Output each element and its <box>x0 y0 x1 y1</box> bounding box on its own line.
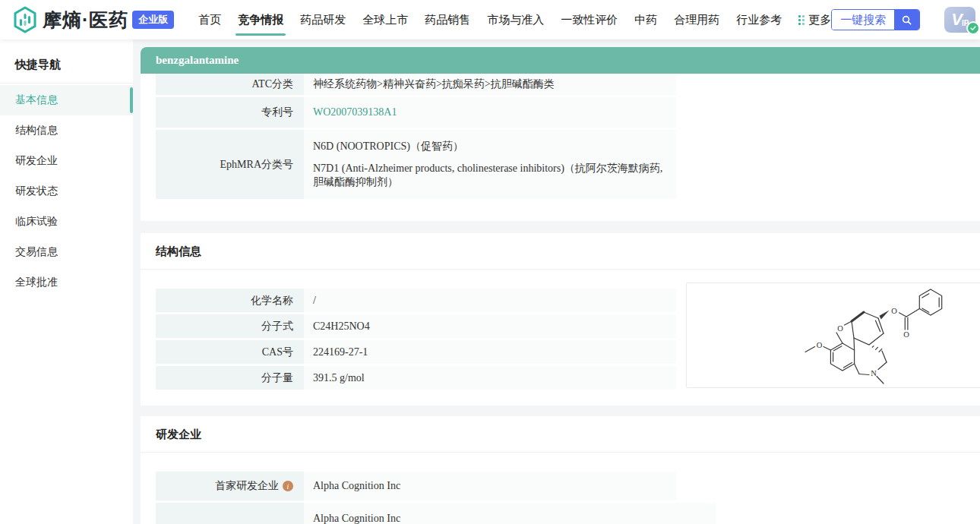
first-developer-value: Alpha Cognition Inc <box>304 472 676 500</box>
nav-item-drug-sales[interactable]: 药品销售 <box>425 0 470 39</box>
weight-label: 分子量 <box>156 366 304 390</box>
weight-value: 391.5 g/mol <box>304 366 676 390</box>
enterprise-badge: 企业版 <box>132 11 174 29</box>
chem-name-label: 化学名称 <box>156 289 304 312</box>
svg-text:O: O <box>837 324 843 333</box>
atc-label: ATC分类 <box>156 74 304 95</box>
developers-value: Alpha Cognition Inc China Medical System… <box>304 503 716 524</box>
sidebar-item-dev-companies[interactable]: 研发企业 <box>0 146 133 176</box>
ephmra-value: N6D (NOOTROPICS)（促智药） N7D1 (Anti-Alzheim… <box>304 130 676 199</box>
developer-line1: Alpha Cognition Inc <box>313 513 400 524</box>
brand-logo[interactable]: 摩熵·医药 企业版 <box>12 6 174 33</box>
table-row-chem-name: 化学名称 / <box>156 289 676 312</box>
chem-name-value: / <box>304 289 676 312</box>
patent-label: 专利号 <box>156 97 304 128</box>
more-grid-icon <box>798 15 805 25</box>
nav-item-market-access[interactable]: 市场与准入 <box>487 0 544 39</box>
sidebar-item-basic-info[interactable]: 基本信息 <box>0 85 133 115</box>
search-button-label: 一键搜索 <box>832 10 894 30</box>
brand-hexagon-icon <box>12 6 38 33</box>
formula-label: 分子式 <box>156 314 304 338</box>
top-navbar: 摩熵·医药 企业版 首页 竞争情报 药品研发 全球上市 药品销售 市场与准入 一… <box>0 0 980 39</box>
brand-name: 摩熵·医药 <box>43 8 128 33</box>
nav-item-tcm[interactable]: 中药 <box>634 0 657 39</box>
more-label: 更多 <box>808 0 831 39</box>
developers-label: 研发企业 <box>156 503 304 524</box>
search-icon <box>894 10 919 30</box>
svg-text:N: N <box>871 369 877 377</box>
sidebar-item-clinical-trials[interactable]: 临床试验 <box>0 207 133 237</box>
molecule-drawing: O O O O N <box>687 283 980 389</box>
quick-nav-sidebar: 快捷导航 基本信息 结构信息 研发企业 研发状态 临床试验 交易信息 全球批准 <box>0 39 133 524</box>
formula-value: C24H25NO4 <box>304 314 676 338</box>
basic-info-card: ATC分类 神经系统药物>精神兴奋药>抗痴呆药>抗胆碱酯酶类 专利号 WO200… <box>141 74 980 221</box>
nav-item-drug-rd[interactable]: 药品研发 <box>300 0 346 39</box>
sidebar-items: 基本信息 结构信息 研发企业 研发状态 临床试验 交易信息 全球批准 <box>0 84 133 298</box>
drug-name-banner: benzgalantamine <box>141 47 980 74</box>
sidebar-item-dev-status[interactable]: 研发状态 <box>0 176 133 207</box>
structure-info-table: 化学名称 / 分子式 C24H25NO4 CAS号 224169-27-1 分子… <box>156 289 676 390</box>
table-row-patent: 专利号 WO2007039138A1 <box>156 97 676 128</box>
table-row-formula: 分子式 C24H25NO4 <box>156 314 676 338</box>
nav-item-more[interactable]: 更多 <box>798 0 831 39</box>
table-row-weight: 分子量 391.5 g/mol <box>156 366 676 390</box>
table-row-developers: 研发企业 Alpha Cognition Inc China Medical S… <box>156 503 676 524</box>
basic-info-table: ATC分类 神经系统药物>精神兴奋药>抗痴呆药>抗胆碱酯酶类 专利号 WO200… <box>156 74 676 199</box>
table-row-atc: ATC分类 神经系统药物>精神兴奋药>抗痴呆药>抗胆碱酯酶类 <box>156 74 676 95</box>
sidebar-item-structure-info[interactable]: 结构信息 <box>0 115 133 146</box>
chemical-structure-image[interactable]: O O O O N <box>686 283 980 388</box>
ephmra-line1: N6D (NOOTROPICS)（促智药） <box>313 140 463 153</box>
svg-text:O: O <box>891 307 897 315</box>
drug-name: benzgalantamine <box>156 54 239 66</box>
one-click-search-button[interactable]: 一键搜索 <box>831 9 920 30</box>
table-row-first-developer: 首家研发企业 i Alpha Cognition Inc <box>156 472 676 500</box>
nav-item-rational-use[interactable]: 合理用药 <box>674 0 719 39</box>
main-nav: 首页 竞争情报 药品研发 全球上市 药品销售 市场与准入 一致性评价 中药 合理… <box>198 0 831 39</box>
svg-text:O: O <box>903 330 909 339</box>
atc-value: 神经系统药物>精神兴奋药>抗痴呆药>抗胆碱酯酶类 <box>304 74 676 95</box>
table-row-cas: CAS号 224169-27-1 <box>156 340 676 364</box>
vip-avatar[interactable]: V IP <box>944 7 975 33</box>
vip-verified-check-icon <box>966 21 980 35</box>
vip-v-letter: V <box>951 10 963 30</box>
dev-section-title: 研发企业 <box>141 416 980 453</box>
first-developer-label: 首家研发企业 i <box>156 472 304 500</box>
patent-value: WO2007039138A1 <box>304 97 676 128</box>
sidebar-title: 快捷导航 <box>0 39 133 84</box>
first-developer-label-text: 首家研发企业 <box>215 479 279 493</box>
ephmra-label: EphMRA分类号 <box>156 130 304 199</box>
patent-number-link[interactable]: WO2007039138A1 <box>313 106 397 118</box>
nav-item-consistency-eval[interactable]: 一致性评价 <box>561 0 618 39</box>
nav-item-global-launch[interactable]: 全球上市 <box>362 0 408 39</box>
dev-companies-card: 研发企业 首家研发企业 i Alpha Cognition Inc 研发企业 A… <box>141 416 980 524</box>
ephmra-line2: N7D1 (Anti-Alzheimer products, cholinest… <box>313 162 665 189</box>
svg-text:O: O <box>817 341 823 349</box>
nav-item-home[interactable]: 首页 <box>198 0 221 39</box>
sidebar-item-deal-info[interactable]: 交易信息 <box>0 237 133 267</box>
table-row-ephmra: EphMRA分类号 N6D (NOOTROPICS)（促智药） N7D1 (An… <box>156 130 676 199</box>
nav-item-industry-ref[interactable]: 行业参考 <box>736 0 782 39</box>
structure-section-title: 结构信息 <box>141 233 980 270</box>
dev-companies-table: 首家研发企业 i Alpha Cognition Inc 研发企业 Alpha … <box>156 472 676 524</box>
cas-label: CAS号 <box>156 340 304 364</box>
nav-item-competitive-intel[interactable]: 竞争情报 <box>238 0 283 39</box>
sidebar-item-global-approvals[interactable]: 全球批准 <box>0 267 133 298</box>
cas-value: 224169-27-1 <box>304 340 676 364</box>
info-icon[interactable]: i <box>283 481 293 491</box>
main-content: benzgalantamine ATC分类 神经系统药物>精神兴奋药>抗痴呆药>… <box>141 47 980 524</box>
structure-info-card: 结构信息 化学名称 / 分子式 C24H25NO4 CAS号 224169-27… <box>141 233 980 406</box>
